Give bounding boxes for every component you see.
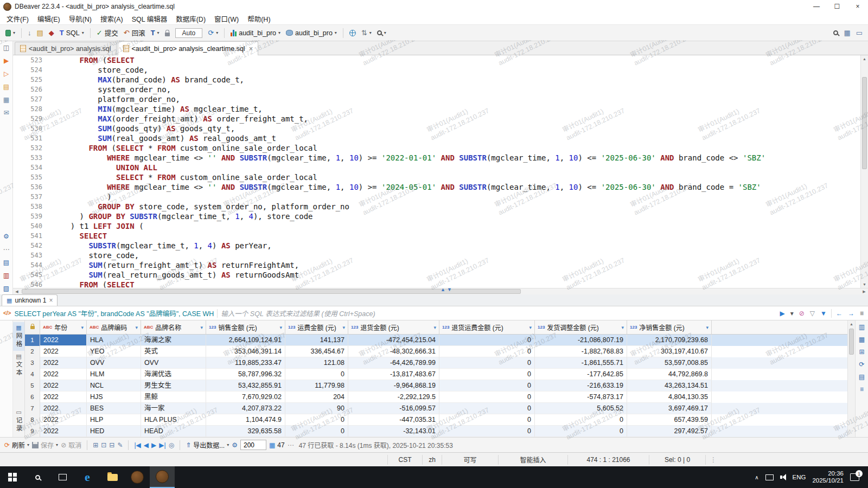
transaction-mode-dropdown[interactable]: T ▾ (149, 28, 162, 37)
minimize-button[interactable]: — (806, 0, 827, 13)
new-connection-button[interactable]: ▾ (3, 29, 17, 37)
cell[interactable]: 353,046,391.14 (206, 346, 285, 357)
cell[interactable]: 2022 (40, 426, 87, 437)
sash-down-icon[interactable]: ▼ (447, 287, 452, 292)
cell[interactable]: -9,964,868.19 (348, 380, 439, 391)
cancel-button[interactable]: ⊘ 取消 (61, 440, 81, 450)
cell[interactable]: 1,104,474.9 (206, 414, 285, 426)
file-explorer-button[interactable] (100, 466, 125, 488)
close-tab-icon[interactable]: × (249, 44, 253, 53)
cell[interactable]: 58,787,996.32 (206, 369, 285, 380)
close-icon[interactable]: × (49, 297, 53, 304)
column-filter-icon[interactable]: ▾ (342, 325, 345, 330)
toggle-panel-button[interactable]: ▭ (854, 28, 865, 37)
cell[interactable]: 53,432,855.91 (206, 380, 285, 391)
column-header-7[interactable]: 123发货调整金额 (元)▾ (535, 320, 627, 334)
processes-dropdown[interactable]: ⇅ ▾ (359, 28, 374, 37)
menu-item-2[interactable]: 导航(N) (65, 12, 96, 25)
table-row[interactable]: 62022HJS黑鲸7,670,929.02204-2,292,129.50-5… (25, 391, 847, 403)
tab-record-view[interactable]: ▭ 记录 (13, 407, 24, 435)
cell[interactable]: 43,263,134.51 (627, 380, 712, 391)
maximize-button[interactable]: ☐ (827, 0, 847, 13)
restore-panel-icon[interactable]: ◫ (2, 43, 11, 52)
scroll-up-icon[interactable]: ▲ (848, 320, 855, 328)
taskbar-clock[interactable]: 20:36 2025/10/21 (812, 470, 844, 484)
code-area[interactable]: 523 FROM (SELECT524 store_code,525 MAX(b… (21, 55, 860, 288)
filter-input[interactable]: 输入一个 SQL 表达式来过滤结果 (使用 Ctrl+Space) (221, 308, 775, 318)
cell[interactable]: 0 (439, 403, 535, 414)
edit-cell-icon[interactable]: ✎ (117, 441, 123, 449)
metadata-panel-icon[interactable]: ▤ (859, 373, 865, 381)
cell[interactable]: 119,885,233.47 (206, 357, 285, 369)
language-indicator[interactable]: ENG (793, 474, 806, 480)
cell[interactable]: -216,633.19 (535, 380, 627, 391)
column-header-5[interactable]: 123退货金额 (元)▾ (348, 320, 439, 334)
commit-button[interactable]: ✓ 提交 (94, 27, 120, 39)
scroll-thumb[interactable] (849, 329, 854, 355)
cell[interactable]: 0 (285, 369, 348, 380)
value-panel-icon[interactable]: ▥ (859, 323, 865, 331)
task-view-button[interactable] (50, 466, 75, 488)
lock-button[interactable] (163, 29, 172, 37)
row-count-button[interactable]: ▦ 47 (269, 441, 285, 449)
script-button[interactable]: ▤ (35, 28, 46, 37)
refresh-dropdown[interactable]: ⟳ ▾ (206, 28, 220, 37)
cell[interactable]: -32,143.01 (348, 426, 439, 437)
cell[interactable]: 0 (439, 346, 535, 357)
log-icon[interactable]: ▧ (2, 284, 11, 293)
column-filter-icon[interactable]: ▾ (279, 325, 282, 330)
cell[interactable]: 0 (439, 335, 535, 346)
rollback-button[interactable]: ↶ 回滚 (122, 27, 148, 39)
dbeaver-taskbar-button-1[interactable] (125, 466, 150, 488)
forward-icon[interactable]: → (847, 310, 856, 317)
clear-filter-icon[interactable]: ⊘ (798, 310, 806, 317)
cell[interactable]: NCL (87, 380, 141, 391)
table-row[interactable]: 92022HEDHEAD329,635.580-32,143.0100297,4… (25, 426, 847, 437)
cell[interactable]: 2022 (40, 369, 87, 380)
cell[interactable]: 海澜之家 (141, 335, 206, 346)
apply-filter-icon[interactable]: ▶ (779, 310, 786, 317)
scroll-right-icon[interactable]: ▶ (860, 288, 868, 294)
cell[interactable]: 海澜优选 (141, 369, 206, 380)
menu-item-4[interactable]: SQL 编辑器 (127, 12, 172, 25)
export-doc-icon[interactable]: ▤ (2, 258, 11, 267)
refresh-button[interactable]: ⟳ 刷新 ▾ (4, 440, 29, 450)
cell[interactable]: HLA PLUS (141, 414, 206, 426)
cell[interactable]: -1,882,768.83 (535, 346, 627, 357)
column-filter-icon[interactable]: ▾ (200, 325, 203, 330)
cell[interactable]: 204 (285, 391, 348, 403)
fetch-size-input[interactable] (240, 440, 266, 450)
refresh-panel-icon[interactable]: ⟳ (859, 361, 864, 368)
layout-panel-icon[interactable]: ≡ (860, 386, 864, 393)
templates-button[interactable]: ◆ (47, 28, 56, 37)
cell[interactable]: 0 (285, 426, 348, 437)
cell[interactable]: 2022 (40, 346, 87, 357)
cell[interactable]: HED (87, 426, 141, 437)
goto-row-icon[interactable]: ◎ (169, 441, 174, 449)
datasource-selector[interactable]: audit_bi_pro ▾ (228, 28, 283, 38)
menu-item-6[interactable]: 窗口(W) (210, 12, 243, 25)
cell[interactable]: 0 (285, 414, 348, 426)
cell[interactable]: 297,492.57 (627, 426, 712, 437)
table-row[interactable]: 42022HLM海澜优选58,787,996.320-13,817,483.67… (25, 369, 847, 380)
table-row[interactable]: 82022HLPHLA PLUS1,104,474.90-447,035.310… (25, 414, 847, 426)
next-row-icon[interactable]: ▶ (151, 441, 156, 449)
column-header-8[interactable]: 123净销售金额 (元)▾ (627, 320, 712, 334)
editor-hscrollbar[interactable]: ◀ ▶ ▲▼ (13, 288, 868, 294)
cell[interactable]: 303,197,410.67 (627, 346, 712, 357)
cell[interactable]: -574,873.17 (535, 391, 627, 403)
cell[interactable]: -64,426,789.99 (348, 357, 439, 369)
menu-item-7[interactable]: 帮助(H) (243, 12, 275, 25)
cell[interactable]: HJS (87, 391, 141, 403)
cell[interactable]: -177,642.85 (535, 369, 627, 380)
cell[interactable]: -2,292,129.5 (348, 391, 439, 403)
column-header-3[interactable]: 123销售金额 (元)▾ (206, 320, 285, 334)
cell[interactable]: 11,779.98 (285, 380, 348, 391)
sash-control[interactable]: ▲▼ (441, 287, 452, 292)
save-doc-icon[interactable]: ▥ (2, 271, 11, 280)
explain-plan-icon[interactable]: ▦ (2, 95, 11, 104)
taskbar-search-button[interactable] (25, 466, 50, 488)
cell[interactable]: HLP (87, 414, 141, 426)
export-button[interactable]: ⇑ 导出数据... ▾ (186, 440, 229, 450)
cell[interactable]: 2022 (40, 335, 87, 346)
